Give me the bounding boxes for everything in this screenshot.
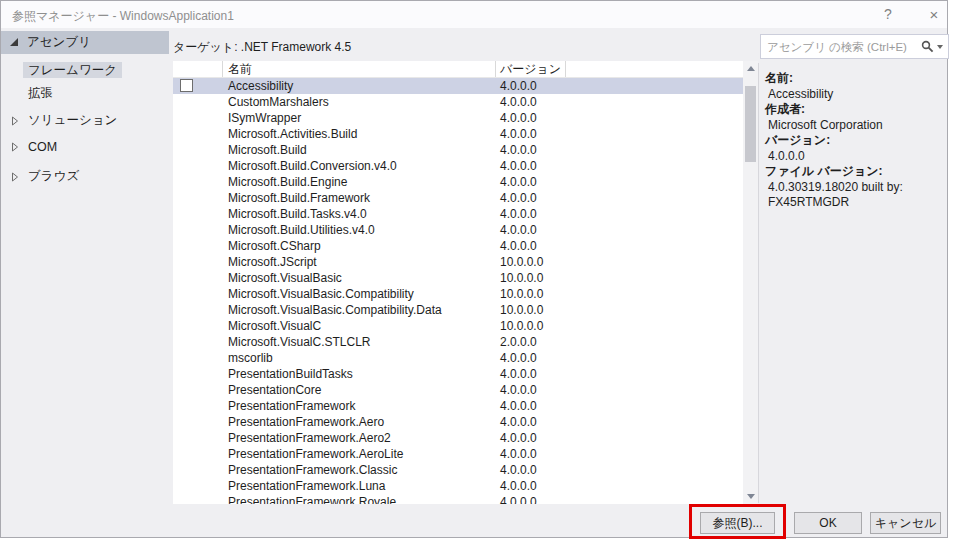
row-checkbox-cell: [173, 478, 223, 494]
row-filler: [566, 78, 743, 94]
table-row[interactable]: Microsoft.Build.Conversion.v4.04.0.0.0: [173, 158, 743, 174]
assembly-version: 4.0.0.0: [496, 158, 566, 174]
browse-button[interactable]: 参照(B)...: [700, 512, 775, 534]
header-name-column[interactable]: 名前: [223, 61, 496, 77]
detail-author-value: Microsoft Corporation: [765, 118, 947, 134]
row-filler: [566, 270, 743, 286]
assembly-version: 10.0.0.0: [496, 302, 566, 318]
detail-version-label: バージョン:: [765, 133, 947, 149]
header-version-column[interactable]: バージョン: [496, 61, 566, 77]
assembly-version: 4.0.0.0: [496, 206, 566, 222]
assembly-name: PresentationFramework.Aero: [223, 414, 496, 430]
table-row[interactable]: Accessibility4.0.0.0: [173, 78, 743, 94]
row-checkbox-cell: [173, 446, 223, 462]
assembly-version: 4.0.0.0: [496, 222, 566, 238]
table-row[interactable]: Microsoft.VisualBasic.Compatibility.Data…: [173, 302, 743, 318]
table-row[interactable]: ISymWrapper4.0.0.0: [173, 110, 743, 126]
row-checkbox-cell: [173, 206, 223, 222]
table-row[interactable]: Microsoft.Build.Tasks.v4.04.0.0.0: [173, 206, 743, 222]
table-row[interactable]: mscorlib4.0.0.0: [173, 350, 743, 366]
assembly-name: PresentationFramework: [223, 398, 496, 414]
sidebar-item-browse[interactable]: ブラウズ: [1, 168, 79, 185]
table-row[interactable]: Microsoft.VisualC.STLCLR2.0.0.0: [173, 334, 743, 350]
table-row[interactable]: Microsoft.VisualBasic10.0.0.0: [173, 270, 743, 286]
row-checkbox-cell: [173, 190, 223, 206]
search-input[interactable]: [761, 41, 921, 53]
detail-name-value: Accessibility: [765, 87, 947, 103]
table-row[interactable]: Microsoft.CSharp4.0.0.0: [173, 238, 743, 254]
assembly-name: ISymWrapper: [223, 110, 496, 126]
row-filler: [566, 398, 743, 414]
table-row[interactable]: PresentationFramework4.0.0.0: [173, 398, 743, 414]
assembly-version: 4.0.0.0: [496, 414, 566, 430]
row-checkbox-cell: [173, 142, 223, 158]
row-filler: [566, 110, 743, 126]
assembly-version: 4.0.0.0: [496, 350, 566, 366]
table-row[interactable]: CustomMarshalers4.0.0.0: [173, 94, 743, 110]
table-row[interactable]: Microsoft.VisualC10.0.0.0: [173, 318, 743, 334]
row-checkbox-cell: [173, 350, 223, 366]
assembly-version: 4.0.0.0: [496, 430, 566, 446]
table-row[interactable]: Microsoft.Build.Engine4.0.0.0: [173, 174, 743, 190]
ok-button[interactable]: OK: [794, 512, 862, 534]
table-row[interactable]: PresentationFramework.Royale4.0.0.0: [173, 494, 743, 504]
row-filler: [566, 286, 743, 302]
search-dropdown-icon[interactable]: [937, 45, 943, 49]
row-checkbox-cell: [173, 414, 223, 430]
row-checkbox-cell: [173, 126, 223, 142]
scrollbar-down-icon[interactable]: [743, 489, 758, 504]
assembly-name: Microsoft.VisualC.STLCLR: [223, 334, 496, 350]
search-icon[interactable]: [921, 40, 934, 53]
assembly-name: Microsoft.Build.Tasks.v4.0: [223, 206, 496, 222]
sidebar-item-solution[interactable]: ソリューション: [1, 112, 117, 129]
checkbox-unchecked[interactable]: [180, 79, 193, 92]
table-row[interactable]: Microsoft.Build4.0.0.0: [173, 142, 743, 158]
chevron-collapsed-icon: [11, 172, 19, 182]
panel-divider: [758, 63, 759, 503]
row-filler: [566, 366, 743, 382]
assembly-name: CustomMarshalers: [223, 94, 496, 110]
sidebar-item-com[interactable]: COM: [1, 140, 57, 154]
help-button[interactable]: ?: [875, 5, 901, 24]
assembly-version: 4.0.0.0: [496, 478, 566, 494]
assembly-name: Microsoft.VisualBasic.Compatibility: [223, 286, 496, 302]
row-filler: [566, 126, 743, 142]
assembly-name: Microsoft.Build.Utilities.v4.0: [223, 222, 496, 238]
table-row[interactable]: Microsoft.Activities.Build4.0.0.0: [173, 126, 743, 142]
close-icon[interactable]: ×: [921, 5, 947, 24]
vertical-scrollbar[interactable]: [743, 61, 758, 504]
row-checkbox-cell: [173, 430, 223, 446]
assembly-name: Microsoft.Build: [223, 142, 496, 158]
assembly-version: 4.0.0.0: [496, 398, 566, 414]
sidebar-item-framework[interactable]: フレームワーク: [23, 62, 122, 79]
table-row[interactable]: PresentationFramework.AeroLite4.0.0.0: [173, 446, 743, 462]
row-filler: [566, 190, 743, 206]
cancel-button[interactable]: キャンセル: [870, 512, 941, 534]
table-row[interactable]: PresentationBuildTasks4.0.0.0: [173, 366, 743, 382]
table-row[interactable]: PresentationFramework.Classic4.0.0.0: [173, 462, 743, 478]
assembly-name: mscorlib: [223, 350, 496, 366]
table-row[interactable]: PresentationFramework.Luna4.0.0.0: [173, 478, 743, 494]
table-row[interactable]: Microsoft.VisualBasic.Compatibility10.0.…: [173, 286, 743, 302]
assembly-name: Microsoft.Build.Framework: [223, 190, 496, 206]
detail-name-label: 名前:: [765, 71, 947, 87]
assembly-version: 4.0.0.0: [496, 446, 566, 462]
table-header: 名前 バージョン: [173, 61, 743, 78]
table-row[interactable]: PresentationCore4.0.0.0: [173, 382, 743, 398]
table-row[interactable]: Microsoft.Build.Framework4.0.0.0: [173, 190, 743, 206]
assembly-name: Microsoft.CSharp: [223, 238, 496, 254]
table-row[interactable]: PresentationFramework.Aero24.0.0.0: [173, 430, 743, 446]
row-filler: [566, 238, 743, 254]
table-row[interactable]: Microsoft.JScript10.0.0.0: [173, 254, 743, 270]
table-row[interactable]: Microsoft.Build.Utilities.v4.04.0.0.0: [173, 222, 743, 238]
sidebar-com-label: COM: [28, 140, 57, 154]
sidebar-item-extensions[interactable]: 拡張: [23, 85, 58, 102]
row-checkbox-cell: [173, 494, 223, 504]
scrollbar-up-icon[interactable]: [743, 61, 758, 76]
table-row[interactable]: PresentationFramework.Aero4.0.0.0: [173, 414, 743, 430]
sidebar-item-assemblies[interactable]: アセンブリ: [1, 31, 169, 54]
assembly-name: Microsoft.VisualBasic.Compatibility.Data: [223, 302, 496, 318]
assembly-name: PresentationFramework.Royale: [223, 494, 496, 504]
scrollbar-thumb[interactable]: [745, 86, 756, 162]
assembly-version: 10.0.0.0: [496, 254, 566, 270]
